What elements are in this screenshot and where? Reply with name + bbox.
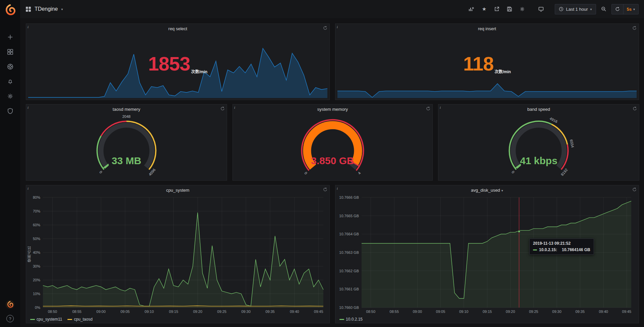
- sidebar: ?: [0, 0, 20, 327]
- panel-info-icon[interactable]: i: [440, 105, 444, 110]
- panel-info-icon[interactable]: i: [28, 186, 32, 191]
- legend: cpu_system11 cpu_taosd: [30, 317, 93, 322]
- star-icon[interactable]: ★: [479, 4, 489, 14]
- sidebar-menu: [6, 33, 14, 115]
- panel-add-icon[interactable]: [466, 4, 476, 14]
- graph-tooltip: 2019-11-13 09:21:52 10.0.2.15: 10.766414…: [529, 238, 594, 255]
- svg-text:60%: 60%: [33, 223, 40, 227]
- panel-title[interactable]: system memory: [233, 107, 432, 112]
- panel-title[interactable]: avg_disk_used▾: [335, 188, 639, 193]
- panel-title[interactable]: req select: [26, 26, 329, 31]
- svg-text:70%: 70%: [33, 209, 40, 213]
- svg-text:6554: 6554: [569, 139, 575, 148]
- svg-text:50%: 50%: [33, 237, 40, 241]
- svg-text:08:50: 08:50: [48, 310, 57, 314]
- plus-icon[interactable]: [6, 33, 14, 41]
- svg-text:09:40: 09:40: [290, 310, 299, 314]
- svg-text:09:35: 09:35: [575, 310, 585, 314]
- refresh-interval-picker[interactable]: 5s ▾: [623, 4, 639, 14]
- svg-text:0: 0: [511, 170, 515, 174]
- panel-title[interactable]: band speed: [438, 107, 639, 112]
- y-axis-label: 使用占比: [27, 246, 32, 262]
- share-icon[interactable]: [492, 4, 502, 14]
- svg-text:3.850 GB: 3.850 GB: [311, 155, 354, 166]
- svg-text:09:45: 09:45: [622, 310, 632, 314]
- sidebar-bottom: ?: [6, 300, 14, 324]
- grafana-app: ? TDengine ▾ ★: [0, 0, 644, 327]
- chevron-down-icon: ▾: [501, 189, 503, 192]
- panel-title[interactable]: req insert: [335, 26, 639, 31]
- dashboards-icon[interactable]: [6, 48, 14, 56]
- panel-info-icon[interactable]: i: [28, 25, 32, 30]
- zoom-out-icon[interactable]: [599, 4, 609, 14]
- user-avatar[interactable]: [6, 300, 14, 309]
- tooltip-series-swatch: [533, 249, 537, 250]
- grafana-logo-icon[interactable]: [4, 4, 16, 15]
- refresh-group: 5s ▾: [611, 4, 639, 14]
- navbar-actions: ★ Last 1 hour ▾: [466, 4, 639, 14]
- time-range-label: Last 1 hour: [566, 7, 588, 12]
- legend-item[interactable]: cpu_system11: [30, 317, 62, 322]
- svg-text:20%: 20%: [33, 278, 40, 282]
- svg-text:09:25: 09:25: [529, 310, 538, 314]
- panel-loading-icon: [426, 106, 430, 110]
- svg-text:10.7662 GB: 10.7662 GB: [339, 269, 359, 273]
- svg-text:09:10: 09:10: [459, 310, 469, 314]
- gauge: 049166554819241 kbps: [438, 113, 639, 179]
- svg-text:09:25: 09:25: [217, 310, 227, 314]
- panel-loading-icon: [632, 187, 637, 191]
- svg-text:09:40: 09:40: [599, 310, 608, 314]
- tooltip-series-label: 10.0.2.15:: [539, 247, 557, 252]
- svg-text:10.7666 GB: 10.7666 GB: [339, 195, 359, 199]
- cycle-view-icon[interactable]: [536, 4, 546, 14]
- panel-title[interactable]: taosd memery: [26, 107, 227, 112]
- tooltip-value: 10.7664146 GB: [562, 247, 590, 252]
- refresh-interval-label: 5s: [627, 7, 632, 12]
- panel-title[interactable]: cpu_system: [26, 188, 329, 193]
- singlestat-value: 118次数/min: [335, 52, 639, 75]
- gauge: 043.850 GB: [233, 113, 432, 179]
- singlestat-unit: 次数/min: [191, 68, 208, 74]
- panel-cpu-system: i cpu_system 使用占比 0%10%20%30%40%50%60%70…: [26, 185, 330, 323]
- svg-text:08:55: 08:55: [72, 310, 82, 314]
- svg-text:40%: 40%: [33, 250, 40, 254]
- chevron-down-icon: ▾: [61, 7, 63, 11]
- svg-text:09:05: 09:05: [436, 310, 445, 314]
- tooltip-timestamp: 2019-11-13 09:21:52: [533, 241, 590, 246]
- explore-compass-icon[interactable]: [6, 62, 14, 71]
- legend-item[interactable]: 10.0.2.15: [339, 317, 363, 322]
- panel-loading-icon: [323, 187, 327, 191]
- svg-text:4916: 4916: [549, 116, 558, 124]
- svg-text:10.7664 GB: 10.7664 GB: [339, 232, 359, 236]
- panel-info-icon[interactable]: i: [234, 105, 239, 110]
- alerting-bell-icon[interactable]: [6, 77, 14, 85]
- svg-text:09:05: 09:05: [120, 310, 130, 314]
- svg-text:09:35: 09:35: [265, 310, 275, 314]
- settings-gear-icon[interactable]: [517, 4, 527, 14]
- help-icon[interactable]: ?: [6, 315, 14, 322]
- save-icon[interactable]: [504, 4, 515, 14]
- panel-loading-icon: [633, 106, 637, 110]
- panel-band-speed: i band speed 049166554819241 kbps: [438, 104, 639, 181]
- svg-text:08:50: 08:50: [366, 310, 376, 314]
- svg-text:09:20: 09:20: [506, 310, 515, 314]
- panel-info-icon[interactable]: i: [28, 105, 32, 110]
- time-series-chart: 0%10%20%30%40%50%60%70%80%08:5008:5509:0…: [28, 194, 327, 315]
- panel-info-icon[interactable]: i: [337, 186, 341, 191]
- dashboard-picker[interactable]: TDengine ▾: [25, 6, 63, 12]
- singlestat-value: 1853次数/min: [26, 52, 329, 75]
- server-admin-shield-icon[interactable]: [6, 107, 14, 115]
- svg-text:30%: 30%: [33, 264, 40, 268]
- panel-info-icon[interactable]: i: [337, 25, 341, 30]
- svg-text:09:15: 09:15: [483, 310, 492, 314]
- svg-text:08:55: 08:55: [390, 310, 399, 314]
- svg-text:09:15: 09:15: [169, 310, 178, 314]
- configuration-gear-icon[interactable]: [6, 92, 14, 100]
- panel-system-memory: i system memory 043.850 GB: [232, 104, 433, 181]
- refresh-button[interactable]: [612, 4, 623, 14]
- svg-text:0%: 0%: [35, 306, 40, 310]
- time-range-picker[interactable]: Last 1 hour ▾: [555, 4, 596, 14]
- legend-item[interactable]: cpu_taosd: [67, 317, 92, 322]
- dashboard-title: TDengine: [35, 6, 58, 12]
- svg-text:09:20: 09:20: [193, 310, 203, 314]
